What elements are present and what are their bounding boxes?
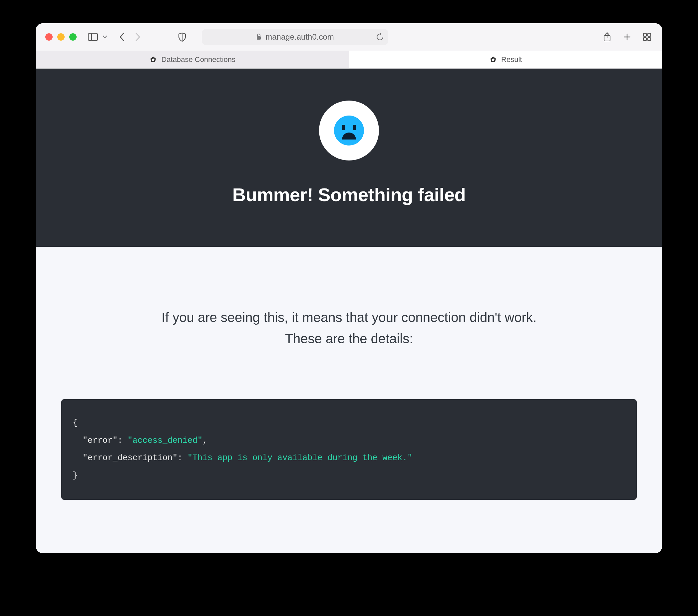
details-section: If you are seeing this, it means that yo… — [36, 247, 662, 553]
shield-icon[interactable] — [177, 31, 188, 43]
error-key: "error" — [83, 436, 117, 446]
forward-button[interactable] — [132, 31, 143, 43]
tab-label: Result — [501, 55, 522, 64]
maximize-window-button[interactable] — [69, 33, 76, 41]
auth0-favicon-icon — [489, 56, 497, 64]
navigation-arrows — [116, 31, 143, 43]
browser-toolbar: manage.auth0.com — [36, 23, 662, 51]
hero-banner: Bummer! Something failed — [36, 69, 662, 247]
tab-overview-icon[interactable] — [641, 31, 653, 43]
svg-rect-10 — [643, 38, 646, 41]
tab-result[interactable]: Result — [349, 51, 662, 68]
chevron-down-icon[interactable] — [99, 31, 111, 43]
error-code-block: { "error": "access_denied", "error_descr… — [61, 399, 637, 500]
sad-face-icon — [334, 115, 364, 145]
sad-face-badge — [319, 100, 379, 160]
svg-rect-11 — [648, 38, 651, 41]
hero-title: Bummer! Something failed — [43, 184, 655, 206]
tab-database-connections[interactable]: Database Connections — [36, 51, 349, 68]
traffic-lights — [45, 33, 76, 41]
error-description-value: "This app is only available during the w… — [187, 453, 412, 463]
tab-bar: Database Connections Result — [36, 51, 662, 68]
share-icon[interactable] — [601, 31, 613, 43]
auth0-favicon-icon — [149, 56, 157, 64]
address-bar[interactable]: manage.auth0.com — [202, 29, 388, 45]
minimize-window-button[interactable] — [57, 33, 65, 41]
toolbar-right — [601, 31, 653, 43]
new-tab-icon[interactable] — [622, 31, 633, 43]
svg-rect-0 — [88, 33, 98, 41]
lock-icon — [256, 33, 262, 40]
browser-window: manage.auth0.com — [36, 23, 662, 553]
svg-rect-9 — [648, 33, 651, 36]
page-content: Bummer! Something failed If you are seei… — [36, 69, 662, 553]
sidebar-icon[interactable] — [87, 31, 99, 43]
browser-chrome: manage.auth0.com — [36, 23, 662, 69]
reload-icon[interactable] — [376, 33, 383, 41]
close-window-button[interactable] — [45, 33, 53, 41]
address-text: manage.auth0.com — [265, 32, 334, 42]
tab-label: Database Connections — [161, 55, 235, 64]
back-button[interactable] — [116, 31, 128, 43]
svg-rect-3 — [257, 36, 261, 40]
error-description-key: "error_description" — [83, 453, 178, 463]
error-value: "access_denied" — [127, 436, 203, 446]
details-line-1: If you are seeing this, it means that yo… — [61, 307, 637, 328]
svg-rect-8 — [643, 33, 646, 36]
sidebar-toggle-group — [87, 31, 111, 43]
details-line-2: These are the details: — [61, 328, 637, 349]
